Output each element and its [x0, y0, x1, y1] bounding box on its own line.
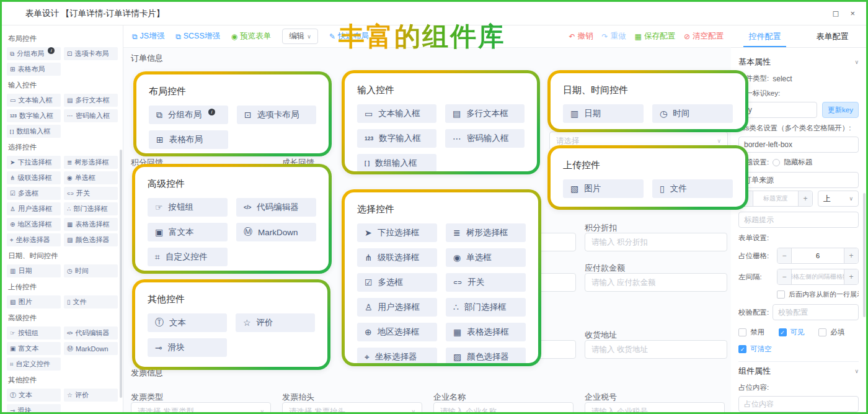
preview-form-button[interactable]: ◉预览表单 — [231, 31, 271, 42]
newline-label: 后面内容从新的一行展示 — [789, 290, 859, 299]
sidebar-item-tree-select[interactable]: ≣树形选择框 — [64, 156, 118, 169]
minus-icon[interactable]: − — [777, 269, 791, 284]
tab-control-config[interactable]: 控件配置 — [731, 25, 799, 47]
sidebar-item-dept-select[interactable]: ∴部门选择框 — [64, 202, 118, 215]
sidebar-item-text-input[interactable]: ▭文本输入框 — [7, 94, 61, 107]
redo-label: 重做 — [611, 31, 626, 42]
sidebar-item-slider[interactable]: ⊸滑块 — [7, 404, 61, 414]
sidebar-section-grid: ▭文本输入框▤多行文本框123数字输入框⋯密码输入框[ ]数组输入框 — [7, 94, 118, 138]
grid-span-value[interactable]: 6 — [791, 248, 844, 263]
toolbar-right: ↶撤销↷重做▦保存配置⊘清空配置 — [569, 31, 724, 42]
hide-title-radio[interactable] — [773, 159, 780, 166]
placeholder-input[interactable] — [738, 396, 859, 412]
validate-input[interactable] — [773, 304, 859, 320]
plus-icon[interactable]: + — [799, 191, 812, 206]
control-type-label: 控件类型: — [738, 74, 769, 83]
plus-icon[interactable]: + — [844, 269, 858, 284]
sidebar-section-grid: ▧图片▯文件 — [7, 295, 118, 308]
newline-checkbox[interactable] — [777, 290, 785, 299]
flag-checkbox-on[interactable]: ✓可清空 — [738, 344, 779, 354]
component-label: 自定义控件 — [16, 359, 50, 369]
title-text-input[interactable] — [738, 172, 859, 188]
sidebar-item-table-select[interactable]: ▦表格选择框 — [64, 218, 118, 231]
sidebar-item-tab-layout[interactable]: ⊡选项卡布局 — [64, 47, 118, 60]
flag-checkbox-on[interactable]: ✓可见 — [779, 328, 819, 337]
checkbox-icon[interactable] — [738, 328, 746, 336]
sidebar-item-file-upload[interactable]: ▯文件 — [64, 295, 118, 308]
radio-icon: ◉ — [67, 174, 73, 181]
clear-config-label: 清空配置 — [693, 31, 724, 42]
key-input[interactable] — [738, 102, 817, 118]
sidebar-section-other: 其他控件Ⓣ文本☆评价⊸滑块 — [7, 376, 118, 414]
sidebar-item-table-layout[interactable]: ⊞表格布局 — [7, 63, 61, 76]
sidebar-item-textarea-input[interactable]: ▤多行文本框 — [64, 94, 118, 107]
sidebar-item-region-select[interactable]: ⊕地区选择框 — [7, 218, 61, 231]
custom-widget-icon: ⌗ — [10, 361, 14, 368]
edit-dropdown-label: 编辑 — [289, 31, 304, 42]
sidebar-item-time-picker[interactable]: ◷时间 — [64, 264, 118, 277]
minus-icon[interactable]: − — [777, 248, 791, 263]
sidebar-item-cascade-select[interactable]: ⋔级联选择框 — [7, 171, 61, 184]
sidebar-item-group-layout[interactable]: ⧉分组布局i — [7, 47, 61, 60]
component-label: 多行文本框 — [75, 96, 109, 105]
sidebar-item-user-select[interactable]: ♙用户选择框 — [7, 202, 61, 215]
undo-button[interactable]: ↶撤销 — [569, 31, 593, 42]
save-config-button[interactable]: ▦保存配置 — [635, 31, 675, 42]
clear-config-button[interactable]: ⊘清空配置 — [684, 31, 724, 42]
title-width-placeholder[interactable]: 标题宽度 — [753, 191, 799, 206]
config-panel-scrollbar[interactable] — [863, 193, 866, 317]
sidebar-item-custom-widget[interactable]: ⌗自定义控件 — [7, 358, 61, 371]
sidebar-item-rating[interactable]: ☆评价 — [64, 389, 118, 402]
component-label: 富文本 — [18, 344, 38, 353]
scss-enhance-button[interactable]: ⧉SCSS增强 — [175, 31, 220, 42]
sidebar-item-button-group[interactable]: ☞按钮组 — [7, 326, 61, 340]
component-label: 表格布局 — [17, 65, 45, 74]
sidebar-item-color-picker[interactable]: ▨颜色选择器 — [64, 233, 118, 246]
flag-checkbox-off[interactable]: 禁用 — [738, 328, 779, 337]
edit-dropdown-button[interactable]: 编辑∨ — [282, 29, 318, 44]
checkbox-icon[interactable]: ✓ — [738, 345, 746, 353]
sidebar-item-image-upload[interactable]: ▧图片 — [7, 295, 61, 308]
table-layout-icon: ⊞ — [10, 66, 15, 73]
sidebar-item-markdown[interactable]: ⓂMarkDown — [64, 342, 118, 355]
app-window: 表单设计 【订单详情-订单详情卡片】 ◻ × 布局控件⧉分组布局i⊡选项卡布局⊞… — [0, 0, 868, 414]
minus-icon[interactable]: − — [739, 191, 753, 206]
sidebar-item-checkbox[interactable]: ☑多选框 — [7, 187, 61, 200]
sidebar-item-switch[interactable]: ⊂⊃开关 — [64, 187, 118, 200]
title-setting-label: 标题设置: — [738, 158, 769, 167]
component-label: 数组输入框 — [16, 127, 50, 136]
sidebar-item-date-picker[interactable]: ▥日期 — [7, 264, 61, 277]
sidebar-item-code-editor[interactable]: </>代码编辑器 — [64, 326, 118, 340]
component-label: 坐标选择器 — [16, 235, 50, 245]
update-key-button[interactable]: 更新key — [822, 102, 859, 118]
title-tip-input[interactable] — [738, 212, 859, 228]
css-class-input[interactable] — [738, 137, 859, 153]
validate-label: 校验配置: — [738, 308, 769, 317]
sidebar-item-static-text[interactable]: Ⓣ文本 — [7, 389, 61, 402]
sidebar-item-password-input[interactable]: ⋯密码输入框 — [64, 109, 118, 122]
checkbox-icon[interactable]: ✓ — [779, 328, 787, 336]
redo-button[interactable]: ↷重做 — [602, 31, 626, 42]
close-icon[interactable]: × — [850, 9, 855, 18]
sidebar-item-number-input[interactable]: 123数字输入框 — [7, 109, 61, 122]
title-width-stepper: − 标题宽度 + — [738, 191, 813, 207]
left-gap-placeholder[interactable]: 栅格左侧的间隔栅格数 — [791, 269, 844, 284]
sidebar-item-coordinate-picker[interactable]: ⌖坐标选择器 — [7, 233, 61, 246]
flag-checkbox-off[interactable]: 必填 — [818, 328, 859, 337]
sidebar-item-dropdown-select[interactable]: ➤下拉选择框 — [7, 156, 61, 169]
checkbox-icon[interactable] — [818, 328, 826, 336]
sidebar-item-rich-text[interactable]: ▣富文本 — [7, 342, 61, 355]
plus-icon[interactable]: + — [844, 248, 858, 263]
left-gap-stepper: − 栅格左侧的间隔栅格数 + — [777, 269, 859, 285]
basic-props-section[interactable]: 基本属性 ∨ — [738, 56, 859, 68]
js-enhance-button[interactable]: ⧉JS增强 — [132, 31, 164, 42]
tab-form-config[interactable]: 表单配置 — [799, 25, 866, 47]
sidebar-scrollbar[interactable] — [120, 150, 122, 398]
maximize-icon[interactable]: ◻ — [833, 9, 839, 18]
config-tabs: 控件配置 表单配置 — [731, 25, 866, 48]
basic-props-title: 基本属性 — [738, 56, 771, 68]
sidebar-item-radio[interactable]: ◉单选框 — [64, 171, 118, 184]
sidebar-item-array-input[interactable]: [ ]数组输入框 — [7, 125, 61, 138]
title-position-select[interactable]: 上 ∨ — [818, 191, 859, 207]
component-props-section[interactable]: 组件属性 ∨ — [738, 366, 859, 377]
